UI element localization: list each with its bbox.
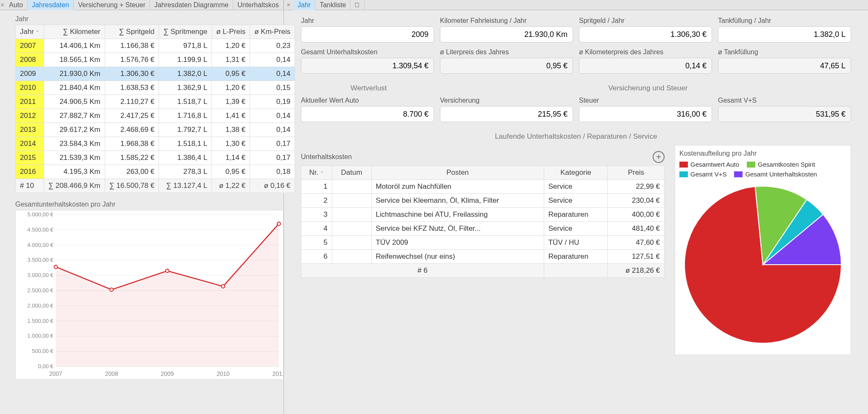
right-tabbar: × JahrTankliste 🗋 (284, 0, 868, 10)
ytable-header[interactable]: ø L-Preis (212, 25, 250, 39)
svg-text:2007: 2007 (49, 370, 62, 377)
legend-item: Gesamtwert Auto (679, 161, 739, 168)
svg-text:0,00 €: 0,00 € (38, 363, 53, 369)
table-row[interactable]: 201521.539,3 Km1.585,22 €1.386,4 L1,14 €… (16, 151, 295, 165)
table-row[interactable]: 20164.195,3 Km263,00 €278,3 L0,95 €0,18 (16, 165, 295, 179)
table-row[interactable]: 201329.617,2 Km2.468,69 €1.792,7 L1,38 €… (16, 123, 295, 137)
ytable-header[interactable]: Jahr⌃ (16, 25, 44, 39)
tab-jahr[interactable]: Jahr (293, 0, 315, 10)
table-row[interactable]: 6Reifenwechsel (nur eins)Reparaturen127,… (301, 250, 665, 264)
tab-unterhaltskos[interactable]: Unterhaltskos (233, 0, 284, 10)
svg-text:2011: 2011 (272, 370, 283, 377)
tab-jahresdaten-diagramme[interactable]: Jahresdaten Diagramme (150, 0, 233, 10)
svg-text:500,00 €: 500,00 € (32, 348, 53, 354)
field-label: ø Literpreis des Jahres (440, 48, 573, 56)
svg-text:2009: 2009 (161, 370, 174, 377)
field-gesamt-v-s (718, 106, 851, 122)
field-spritgeld-jahr[interactable] (579, 26, 712, 42)
svg-text:2010: 2010 (217, 370, 230, 377)
section-versicherung: Versicherung und Steuer (445, 80, 851, 97)
field-steuer[interactable] (579, 106, 712, 122)
svg-point-25 (221, 285, 225, 288)
table-row[interactable]: 201227.882,7 Km2.417,25 €1.716,8 L1,41 €… (16, 109, 295, 123)
field-kilometer-fahrleistung-jahr[interactable] (440, 26, 573, 42)
ytable-header[interactable]: ∑ Spritgeld (105, 25, 159, 39)
close-icon[interactable]: × (0, 1, 5, 9)
uh-footer-avg: ø 218,26 € (608, 264, 665, 278)
field-jahr[interactable] (301, 26, 434, 42)
ytable-header[interactable]: ø Km-Preis (250, 25, 295, 39)
field-label: Versicherung (440, 97, 573, 104)
unterhaltskosten-table[interactable]: Nr.⌃DatumPostenKategoriePreis 1Motoröl z… (301, 165, 665, 278)
pie-chart (679, 181, 846, 348)
svg-text:2.000,00 €: 2.000,00 € (28, 302, 53, 309)
ytable-header[interactable]: ∑ Spritmenge (159, 25, 212, 39)
table-row[interactable]: 200921.930,0 Km1.306,30 €1.382,0 L0,95 €… (16, 67, 295, 81)
field-label: ø Kilometerpreis des Jahres (579, 48, 712, 56)
field--kilometerpreis-des-jahres (579, 58, 712, 74)
table-row[interactable]: 201124.906,5 Km2.110,27 €1.518,7 L1,39 €… (16, 95, 295, 109)
table-row[interactable]: 201021.840,4 Km1.638,53 €1.362,9 L1,20 €… (16, 81, 295, 95)
field-label: Gesamt V+S (718, 97, 851, 104)
section-wertverlust: Wertverlust (301, 80, 437, 97)
unterhaltskosten-title: Unterhaltskosten (301, 153, 352, 161)
add-button[interactable]: + (653, 151, 665, 163)
table-row[interactable]: 5TÜV 2009TÜV / HU47,60 € (301, 236, 665, 250)
tab-auto[interactable]: Auto (5, 0, 28, 10)
svg-point-22 (54, 265, 58, 269)
svg-point-26 (277, 222, 281, 225)
table-row[interactable]: 1Motoröl zum NachfüllenService22,99 € (301, 180, 665, 194)
field-aktueller-wert-auto[interactable] (301, 106, 434, 122)
utable-header[interactable]: Preis (608, 166, 665, 180)
pie-legend: Gesamtwert AutoGesamtkosten SpiritGesamt… (679, 161, 846, 178)
tab-versicherung-steuer[interactable]: Versicherung + Steuer (74, 0, 150, 10)
legend-item: Gesamt V+S (679, 171, 726, 178)
svg-text:4.000,00 €: 4.000,00 € (28, 242, 53, 248)
legend-item: Gesamt Unterhaltskosten (734, 171, 817, 178)
field-label: ø Tankfüllung (718, 48, 851, 56)
table-row[interactable]: 200714.406,1 Km1.166,38 €971,8 L1,20 €0,… (16, 39, 295, 53)
pie-chart-box: Kostenaufteilung pro Jahr Gesamtwert Aut… (675, 145, 851, 355)
svg-text:5.000,00 €: 5.000,00 € (28, 211, 53, 218)
ytable-header[interactable]: ∑ Kilometer (44, 25, 105, 39)
utable-header[interactable]: Posten (371, 166, 544, 180)
svg-text:2008: 2008 (105, 370, 118, 377)
uh-footer-count: # 6 (301, 264, 544, 278)
field-label: Tankfüllung / Jahr (718, 17, 851, 25)
close-icon[interactable]: × (284, 1, 293, 9)
svg-text:3.500,00 €: 3.500,00 € (28, 257, 53, 263)
field-label: Steuer (579, 97, 712, 104)
table-row[interactable]: 200818.565,1 Km1.576,76 €1.199,9 L1,31 €… (16, 53, 295, 67)
table-row[interactable]: 4Service bei KFZ Nutz, Öl, Filter...Serv… (301, 222, 665, 236)
line-chart: 0,00 €500,00 €1.000,00 €1.500,00 €2.000,… (15, 210, 284, 380)
svg-text:1.000,00 €: 1.000,00 € (28, 333, 53, 339)
svg-text:1.500,00 €: 1.500,00 € (28, 318, 53, 324)
svg-text:3.000,00 €: 3.000,00 € (28, 272, 53, 278)
new-tab-icon[interactable]: 🗋 (351, 0, 364, 10)
svg-point-23 (110, 288, 113, 291)
utable-header[interactable]: Kategorie (544, 166, 608, 180)
svg-text:2.500,00 €: 2.500,00 € (28, 287, 53, 294)
svg-point-24 (166, 269, 169, 273)
table-row[interactable]: 2Service bei Kleemann, Öl, Klima, Filter… (301, 194, 665, 208)
section-laufende: Laufende Unterhaltskosten / Reparaturen … (301, 128, 851, 145)
jahresdaten-table[interactable]: Jahr⌃∑ Kilometer∑ Spritgeld∑ Spritmengeø… (15, 25, 295, 193)
field--tankf-llung (718, 58, 851, 74)
legend-item: Gesamtkosten Spirit (747, 161, 815, 168)
field-label: Gesamt Unterhaltskosten (301, 48, 434, 56)
field-tankf-llung-jahr[interactable] (718, 26, 851, 42)
table-row[interactable]: 201423.584,3 Km1.968,38 €1.518,1 L1,30 €… (16, 137, 295, 151)
utable-header[interactable]: Datum (332, 166, 371, 180)
left-tabbar: × AutoJahresdatenVersicherung + SteuerJa… (0, 0, 284, 10)
field-gesamt-unterhaltskosten (301, 58, 434, 74)
field-label: Spritgeld / Jahr (579, 17, 712, 25)
tab-jahresdaten[interactable]: Jahresdaten (28, 0, 74, 10)
line-chart-title: Gesamtunterhaltskosten pro Jahr (0, 193, 284, 210)
field-versicherung[interactable] (440, 106, 573, 122)
jahr-section-label: Jahr (0, 10, 284, 25)
field--literpreis-des-jahres (440, 58, 573, 74)
table-row[interactable]: 3Lichtmaschine bei ATU, FreilassingRepar… (301, 208, 665, 222)
svg-text:4.500,00 €: 4.500,00 € (28, 227, 53, 233)
utable-header[interactable]: Nr.⌃ (301, 166, 332, 180)
tab-tankliste[interactable]: Tankliste (315, 0, 351, 10)
